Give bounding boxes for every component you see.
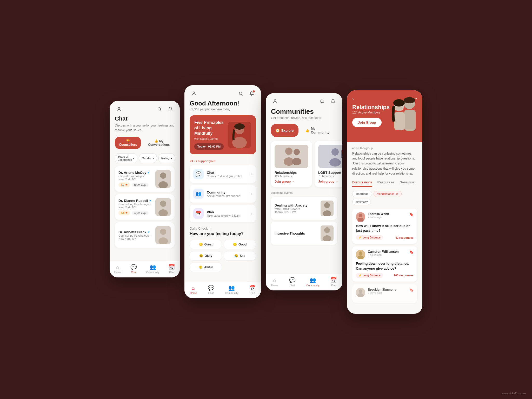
nav2-home[interactable]: ⌂ Home: [190, 285, 197, 295]
tab-conversations[interactable]: 👍 My Conversations: [143, 137, 175, 149]
arrow-icon-0: ›: [251, 172, 252, 176]
tag-intimacy[interactable]: #intimacy: [352, 199, 371, 205]
support-item-community[interactable]: 👥 Community Ask questions, get support ›: [190, 185, 256, 203]
screen3-header: [266, 93, 342, 108]
arrow-icon-2: ›: [251, 211, 252, 216]
profile-icon-3[interactable]: [271, 97, 279, 105]
nav-community[interactable]: 👥 Community: [146, 264, 159, 274]
support-item-chat[interactable]: 💬 Chat Connect 1-1 and group chat ›: [190, 165, 256, 183]
svg-point-7: [160, 201, 166, 207]
search-icon[interactable]: [155, 105, 164, 113]
discussion-author-1: Cameron Williamson: [368, 250, 407, 254]
tab-sessions[interactable]: Sessions: [400, 180, 415, 187]
join-group-button[interactable]: Join Group: [352, 118, 382, 127]
rating-filter[interactable]: Rating ▾: [158, 153, 175, 163]
discussion-item-1[interactable]: Cameron Williamson 6 hours ago 🔖 Feeling…: [352, 246, 417, 281]
mood-good[interactable]: 😊 Good: [224, 240, 256, 249]
support-desc-0: Connect 1-1 and group chat: [207, 175, 248, 178]
doctor-role-2: Counselling Psychologist: [118, 234, 152, 237]
upcoming-section: upcoming events Dealing with Anxiety wit…: [271, 191, 337, 245]
tag-remove-icon[interactable]: ✕: [396, 192, 398, 196]
event-host-0: with Darrell Steward: [275, 207, 317, 210]
bookmark-icon-0[interactable]: 🔖: [409, 212, 414, 216]
event-title-0: Dealing with Anxiety: [275, 203, 317, 207]
svg-point-18: [234, 123, 245, 130]
nav3-plan[interactable]: 📅 Plan: [330, 277, 337, 287]
nav2-plan[interactable]: 📅 Plan: [249, 285, 256, 295]
nav-home[interactable]: ⌂ Home: [114, 264, 121, 274]
gender-filter[interactable]: Gender ▾: [139, 153, 157, 163]
doctor-rating-1: 4.8 ★: [118, 210, 130, 215]
tab-discussions[interactable]: Discussions: [352, 180, 372, 187]
mood-awful[interactable]: 😤 Awful: [190, 263, 222, 272]
chat-icon-2: 💬: [208, 285, 214, 291]
community-card-1[interactable]: LGBT Support 76 Members Join group →: [315, 141, 342, 187]
search-icon-2[interactable]: [237, 89, 245, 98]
join-link-0[interactable]: Join group →: [275, 180, 308, 183]
event-card-1[interactable]: Intrusive Thoughts: [271, 222, 337, 245]
support-desc-2: Take steps to grow & learn: [207, 214, 248, 217]
nav3-community[interactable]: 👥 Community: [306, 277, 320, 287]
nav-plan[interactable]: 📅 Plan: [169, 264, 175, 274]
join-link-1[interactable]: Join group →: [318, 180, 342, 183]
discussion-item-2[interactable]: Brooklyn Simmons 2 Days Back 🔖: [352, 284, 417, 303]
notification-icon[interactable]: [166, 105, 175, 113]
profile-icon-2[interactable]: [190, 89, 198, 98]
nav2-community[interactable]: 👥 Community: [225, 285, 238, 295]
mood-sad[interactable]: 😢 Sad: [224, 251, 256, 261]
back-icon[interactable]: ‹: [352, 96, 354, 101]
profile-icon[interactable]: [115, 105, 123, 113]
svg-point-29: [329, 158, 341, 167]
svg-line-21: [323, 102, 324, 103]
doctor-card-1[interactable]: Dr. Dianne Russell ✔ Counselling Psychol…: [115, 194, 175, 220]
community-card-0[interactable]: Relationships 124 Members Join group →: [271, 141, 312, 187]
mood-okay[interactable]: 😑 Okay: [190, 251, 222, 261]
doctor-card-0[interactable]: Dr. Arlene McCoy ✔ Clinical Psychologist…: [115, 166, 175, 192]
event-time-0: Today- 08:00 PM: [275, 210, 317, 214]
doctor-location-2: New York, NY: [118, 237, 152, 240]
screen1-subtitle: Discuss with a counsellor your feelings …: [115, 123, 175, 132]
tag-marriage[interactable]: #marriage: [352, 191, 372, 197]
nav3-home[interactable]: ⌂ Home: [271, 277, 278, 287]
plan-support-icon: 📅: [193, 208, 204, 219]
tab-my-community[interactable]: 👍 My Community: [301, 124, 337, 137]
tab-counsellors[interactable]: 🏆 Counsellors: [115, 137, 141, 149]
nav-chat[interactable]: 💬 Chat: [130, 264, 137, 274]
doctor-exp-1: 4 yrs exp.: [132, 211, 149, 215]
search-icon-3[interactable]: [318, 97, 326, 105]
hero-couple-image: [389, 90, 422, 142]
bookmark-icon-1[interactable]: 🔖: [409, 250, 414, 254]
tag-row: #marriage #longdistance ✕ #intimacy: [352, 191, 417, 205]
svg-rect-39: [404, 110, 416, 131]
notification-icon-2[interactable]: [248, 89, 256, 98]
nav3-chat[interactable]: 💬 Chat: [289, 277, 296, 287]
doctor-card-2[interactable]: Dr. Annette Black ✔ Counselling Psycholo…: [115, 222, 175, 248]
screen1-header: [110, 101, 180, 115]
event-card-0[interactable]: Dealing with Anxiety with Darrell Stewar…: [271, 197, 337, 220]
tag-longdistance[interactable]: #longdistance ✕: [374, 191, 402, 197]
bookmark-icon-2[interactable]: 🔖: [409, 288, 414, 292]
verified-icon: ✔: [147, 171, 150, 175]
tab-resources[interactable]: Resources: [377, 180, 395, 187]
plan-icon-3: 📅: [330, 277, 337, 283]
discussion-time-2: 2 Days Back: [368, 291, 407, 294]
mood-great[interactable]: 😊 Great: [190, 240, 222, 249]
notification-icon-3[interactable]: [329, 97, 337, 105]
discussion-author-0: Theresa Webb: [368, 212, 407, 216]
hero-banner[interactable]: Five Principles of Living Mindfully with…: [190, 115, 256, 154]
communities-subtitle: Get emotional advice, ask questions: [271, 116, 337, 120]
nav2-chat[interactable]: 💬 Chat: [208, 285, 214, 295]
tab-explore[interactable]: 🧭 Explore: [271, 124, 298, 137]
hero-title: Five Principles of Living Mindfully: [194, 120, 225, 136]
screen1-content: Chat Discuss with a counsellor your feel…: [110, 115, 180, 248]
svg-point-28: [331, 148, 339, 156]
experience-filter[interactable]: Years of Experience ▾: [115, 153, 137, 163]
home-icon-3: ⌂: [273, 277, 276, 283]
checkin-label: Daily Check In: [190, 227, 256, 230]
screen1-title: Chat: [115, 115, 175, 122]
doctor-name-0: Dr. Arlene McCoy ✔: [118, 171, 152, 175]
support-item-plan[interactable]: 📅 Plan Take steps to grow & learn ›: [190, 205, 256, 222]
home-icon: ⌂: [116, 264, 119, 270]
discussion-item-0[interactable]: Theresa Webb 2 hours ago 🔖 How will I kn…: [352, 209, 417, 244]
svg-point-19: [274, 99, 276, 101]
